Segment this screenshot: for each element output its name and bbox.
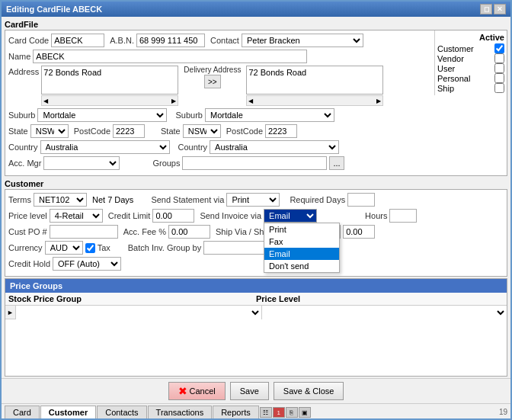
price-groups-section: Price Groups Stock Price Group Price Lev… xyxy=(5,278,507,377)
delivery-hscroll[interactable]: ◀▶ xyxy=(246,95,383,106)
save-close-label: Save & Close xyxy=(283,386,334,396)
contact-select[interactable]: Peter Bracken xyxy=(242,34,363,47)
state-select[interactable]: NSW xyxy=(30,124,69,138)
address-area: 72 Bonds Road ◀▶ xyxy=(41,66,178,106)
tax-label: Tax xyxy=(98,243,110,252)
credit-hold-row: Credit Hold OFF (Auto) xyxy=(8,257,504,271)
postcode-input[interactable] xyxy=(113,124,145,138)
tab-customer-label: Customer xyxy=(49,408,88,417)
personal-checkbox[interactable] xyxy=(494,73,504,83)
dont-send-option[interactable]: Don't send xyxy=(264,260,339,272)
suburb-delivery-select[interactable]: Mortdale xyxy=(205,108,334,122)
credit-limit-input[interactable] xyxy=(152,209,194,223)
name-label: Name xyxy=(8,52,30,61)
vendor-row: Vendor xyxy=(437,53,504,63)
ship-checkbox-label: Ship xyxy=(437,84,454,93)
email-option[interactable]: Email xyxy=(264,248,339,260)
currency-select[interactable]: AUD xyxy=(45,241,83,255)
acc-mgr-select[interactable] xyxy=(43,156,120,170)
price-groups-columns: Stock Price Group Price Level xyxy=(5,293,507,306)
image-icon[interactable]: ▣ xyxy=(299,407,311,418)
ship-checkbox[interactable] xyxy=(494,83,504,93)
cust-po-input[interactable] xyxy=(50,225,118,239)
country-delivery-select[interactable]: Australia xyxy=(210,140,339,154)
customer-section-label: Customer xyxy=(5,179,507,188)
print-option[interactable]: Print xyxy=(264,223,339,236)
address-hscroll[interactable]: ◀▶ xyxy=(41,95,178,106)
tab-card[interactable]: Card xyxy=(5,406,40,418)
active-label: Active xyxy=(437,33,504,42)
send-invoice-select[interactable]: Email xyxy=(264,209,317,223)
name-row: Name xyxy=(8,50,429,63)
close-button[interactable]: ✕ xyxy=(494,4,506,14)
flag-icon[interactable]: 1 xyxy=(273,407,285,418)
credit-hold-select[interactable]: OFF (Auto) xyxy=(53,257,121,271)
copy-icon[interactable]: ⎘ xyxy=(286,407,298,418)
user-checkbox[interactable] xyxy=(494,63,504,73)
pg-level-select[interactable] xyxy=(262,306,507,319)
save-close-button[interactable]: Save & Close xyxy=(274,382,344,400)
country-row: Country Australia Country Australia xyxy=(8,140,429,154)
main-area: CardFile Active Customer Vendor User xyxy=(2,17,510,378)
pg-stock-select[interactable] xyxy=(16,306,262,319)
credit-hold-label: Credit Hold xyxy=(8,259,50,268)
name-input[interactable] xyxy=(33,50,307,63)
terms-row: Terms NET102 Net 7 Days Send Statement v… xyxy=(8,193,504,207)
tab-transactions-label: Transactions xyxy=(156,408,204,417)
cancel-button[interactable]: ✖ Cancel xyxy=(168,382,226,400)
tab-customer[interactable]: Customer xyxy=(40,406,96,418)
copy-address-button[interactable]: >> xyxy=(204,75,221,88)
customer-checkbox[interactable] xyxy=(494,43,504,53)
customer-checkbox-label: Customer xyxy=(437,44,474,53)
postcode-delivery-input[interactable] xyxy=(265,124,297,138)
hours-input[interactable] xyxy=(389,209,417,223)
tab-reports[interactable]: Reports xyxy=(213,406,259,418)
cust-po-label: Cust PO # xyxy=(8,227,47,236)
currency-label: Currency xyxy=(8,243,43,252)
tab-transactions[interactable]: Transactions xyxy=(148,406,213,418)
delivery-area: 72 Bonds Road ◀▶ xyxy=(246,66,383,106)
address-row: Address 72 Bonds Road ◀▶ Delivery Addres… xyxy=(8,66,429,106)
state-delivery-label: State xyxy=(161,127,181,136)
suburb-select[interactable]: Mortdale xyxy=(37,108,167,122)
main-window: Editing CardFile ABECK ◻ ✕ CardFile Acti… xyxy=(0,0,512,420)
delivery-address-input[interactable]: 72 Bonds Road xyxy=(246,66,383,95)
custpo-row: Cust PO # Acc. Fee % Ship Via / Ship $ xyxy=(8,225,504,239)
left-form-area: Card Code A.B.N. Contact Peter Bracken N… xyxy=(8,34,429,170)
groups-ellipsis-button[interactable]: ... xyxy=(329,156,344,170)
acc-fee-input[interactable] xyxy=(168,225,210,239)
state-delivery-select[interactable]: NSW xyxy=(183,124,221,138)
price-level-select[interactable]: 4-Retail xyxy=(50,209,103,223)
pg-row-1: ► xyxy=(5,306,507,319)
terms-select[interactable]: NET102 xyxy=(34,193,87,207)
tax-checkbox[interactable] xyxy=(85,243,95,253)
batch-inv-label: Batch Inv. Group by xyxy=(128,243,201,252)
country-select[interactable]: Australia xyxy=(40,140,170,154)
contact-label: Contact xyxy=(210,36,239,45)
restore-button[interactable]: ◻ xyxy=(480,4,492,14)
state-label: State xyxy=(8,127,28,136)
price-level-label: Price level xyxy=(8,211,47,220)
tabs-bar: Card Customer Contacts Transactions Repo… xyxy=(2,403,510,418)
ship-dollar-input[interactable] xyxy=(343,225,375,239)
abn-input[interactable] xyxy=(136,34,205,47)
suburb-row: Suburb Mortdale Suburb Mortdale xyxy=(8,108,429,122)
user-row: User xyxy=(437,63,504,73)
fax-option[interactable]: Fax xyxy=(264,236,339,248)
tab-contacts[interactable]: Contacts xyxy=(97,406,146,418)
terms-description: Net 7 Days xyxy=(92,195,133,204)
credit-limit-label: Credit Limit xyxy=(108,211,151,220)
table-icon[interactable]: ☷ xyxy=(260,407,272,418)
required-days-input[interactable] xyxy=(347,193,375,207)
send-invoice-menu: Print Fax Email Don't send xyxy=(264,223,340,273)
vendor-checkbox[interactable] xyxy=(494,53,504,63)
terms-label: Terms xyxy=(8,195,31,204)
address-input[interactable]: 72 Bonds Road xyxy=(41,66,178,95)
groups-input[interactable] xyxy=(182,156,327,170)
save-button[interactable]: Save xyxy=(230,382,269,400)
card-code-input[interactable] xyxy=(51,34,104,47)
postcode-delivery-label: PostCode xyxy=(226,127,263,136)
send-statement-select[interactable]: PrintFaxEmailDon't send xyxy=(226,193,280,207)
tab-contacts-label: Contacts xyxy=(105,408,138,417)
user-checkbox-label: User xyxy=(437,64,455,73)
